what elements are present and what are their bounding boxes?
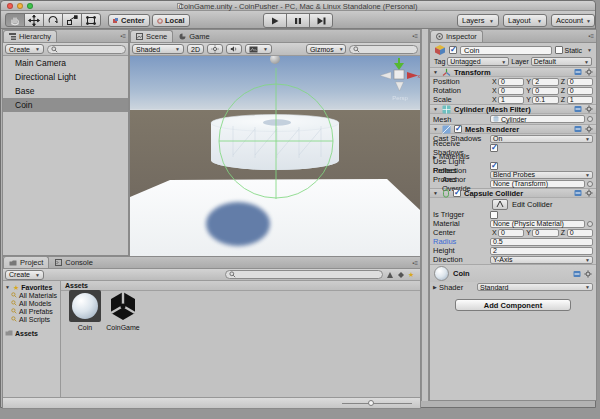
help-book-icon[interactable] (574, 105, 582, 113)
gear-icon[interactable] (585, 189, 593, 197)
foldout-open-icon[interactable]: ▼ (433, 106, 439, 112)
pivot-center-button[interactable]: Center (108, 14, 150, 27)
cast-shadows-dropdown[interactable]: On▼ (490, 135, 593, 143)
tab-inspector[interactable]: Inspector (430, 30, 483, 42)
perspective-label[interactable]: Persp (392, 95, 408, 101)
material-header[interactable]: Coin (430, 264, 596, 282)
hand-tool-button[interactable] (5, 13, 25, 27)
search-by-type-icon[interactable] (386, 271, 394, 279)
scale-y-field[interactable]: 0.1 (532, 96, 558, 104)
physic-material-field[interactable]: None (Physic Material) (490, 220, 585, 228)
foldout-open-icon[interactable]: ▼ (433, 126, 439, 132)
hierarchy-item-coin[interactable]: Coin (3, 98, 128, 112)
object-picker-icon[interactable] (587, 181, 593, 187)
tab-scene[interactable]: Scene (130, 30, 173, 42)
pause-button[interactable] (286, 13, 310, 28)
static-toggle[interactable]: Static ▼ (555, 46, 592, 54)
capsule-collider-enabled-checkbox[interactable] (453, 189, 461, 197)
toggle-2d-button[interactable]: 2D (187, 44, 204, 54)
draw-mode-dropdown[interactable]: Shaded ▼ (132, 44, 184, 54)
hierarchy-item-base[interactable]: Base (3, 84, 128, 98)
foldout-open-icon[interactable]: ▼ (433, 190, 439, 196)
is-trigger-checkbox[interactable] (490, 211, 498, 219)
pivot-local-button[interactable]: Local (152, 14, 190, 27)
object-picker-icon[interactable] (587, 221, 593, 227)
center-y-field[interactable]: 0 (532, 229, 558, 237)
rotation-x-field[interactable]: 0 (498, 87, 524, 95)
tab-hierarchy[interactable]: Hierarchy (3, 30, 57, 42)
tag-dropdown[interactable]: Untagged▼ (447, 57, 509, 66)
gear-icon[interactable] (585, 125, 593, 133)
gear-icon[interactable] (584, 270, 592, 278)
scene-lighting-button[interactable] (207, 44, 223, 54)
use-light-probes-checkbox[interactable] (490, 162, 498, 170)
coin-mesh[interactable] (211, 115, 339, 171)
active-checkbox[interactable] (449, 46, 457, 54)
height-field[interactable]: 2 (490, 247, 593, 255)
gear-icon[interactable] (585, 68, 593, 76)
shader-dropdown[interactable]: Standard▼ (477, 283, 593, 291)
add-component-button[interactable]: Add Component (455, 299, 571, 311)
thumbnail-size-slider[interactable] (342, 403, 412, 404)
play-button[interactable] (263, 13, 287, 28)
position-x-field[interactable]: 0 (498, 78, 524, 86)
position-z-field[interactable]: 0 (567, 78, 593, 86)
edit-collider-button[interactable] (492, 199, 508, 210)
rotate-tool-button[interactable] (43, 13, 63, 27)
tab-game[interactable]: Game (174, 30, 214, 42)
favorite-search-icon[interactable]: ★ (408, 271, 414, 278)
foldout-open-icon[interactable]: ▼ (5, 284, 11, 290)
tab-console[interactable]: Console (50, 256, 98, 268)
asset-coingame-scene[interactable]: CoinGame (107, 290, 139, 322)
assets-tree-item[interactable]: Assets (3, 329, 60, 337)
tab-project[interactable]: Project (3, 256, 49, 268)
gizmos-dropdown[interactable]: Gizmos ▼ (306, 44, 346, 54)
center-z-field[interactable]: 0 (567, 229, 593, 237)
gizmo-cube[interactable] (394, 70, 404, 79)
layout-dropdown[interactable]: Layout ▼ (503, 14, 547, 27)
scale-z-field[interactable]: 1 (567, 96, 593, 104)
scene-search-input[interactable] (349, 45, 418, 54)
panel-menu-icon[interactable]: ▪≡ (588, 33, 594, 39)
favorites-all-models[interactable]: All Models (3, 299, 60, 307)
scene-viewport[interactable]: x Persp (130, 56, 420, 255)
help-book-icon[interactable] (574, 68, 582, 76)
radius-field[interactable]: 0.5 (490, 238, 593, 246)
inspector-scrollbar[interactable] (421, 29, 429, 401)
gameobject-name-field[interactable]: Coin (460, 46, 552, 55)
project-create-button[interactable]: Create ▼ (5, 270, 44, 280)
panel-menu-icon[interactable]: ▪≡ (412, 260, 418, 266)
hierarchy-search-input[interactable] (47, 45, 126, 54)
panel-menu-icon[interactable]: ▪≡ (412, 33, 418, 39)
static-checkbox[interactable] (555, 46, 563, 54)
rotation-y-field[interactable]: 0 (532, 87, 558, 95)
scene-audio-button[interactable] (226, 44, 242, 54)
reflection-probes-dropdown[interactable]: Blend Probes▼ (490, 171, 593, 179)
slider-thumb[interactable] (368, 400, 374, 406)
mesh-renderer-enabled-checkbox[interactable] (454, 125, 462, 133)
favorites-all-scripts[interactable]: All Scripts (3, 315, 60, 323)
step-button[interactable] (309, 13, 333, 28)
help-book-icon[interactable] (573, 270, 581, 278)
mesh-filter-header[interactable]: ▼ Cylinder (Mesh Filter) (430, 104, 596, 114)
position-y-field[interactable]: 2 (532, 78, 558, 86)
layer-dropdown[interactable]: Default▼ (531, 57, 592, 66)
foldout-open-icon[interactable]: ▼ (433, 69, 439, 75)
rotation-z-field[interactable]: 0 (567, 87, 593, 95)
panel-menu-icon[interactable]: ▪≡ (120, 33, 126, 39)
center-x-field[interactable]: 0 (498, 229, 524, 237)
object-picker-icon[interactable] (587, 116, 593, 122)
hierarchy-item-main-camera[interactable]: Main Camera (3, 56, 128, 70)
account-dropdown[interactable]: Account ▼ (551, 14, 595, 27)
help-book-icon[interactable] (574, 189, 582, 197)
direction-dropdown[interactable]: Y-Axis▼ (490, 256, 593, 264)
gear-icon[interactable] (585, 105, 593, 113)
layers-dropdown[interactable]: Layers ▼ (457, 14, 499, 27)
help-book-icon[interactable] (574, 125, 582, 133)
base-platform[interactable] (130, 179, 420, 256)
mesh-renderer-header[interactable]: ▼ Mesh Renderer (430, 124, 596, 134)
anchor-override-field[interactable]: None (Transform) (490, 180, 585, 188)
scene-effects-dropdown[interactable]: ▼ (245, 44, 272, 54)
favorites-all-materials[interactable]: All Materials (3, 291, 60, 299)
capsule-collider-header[interactable]: ▼ Capsule Collider (430, 188, 596, 198)
